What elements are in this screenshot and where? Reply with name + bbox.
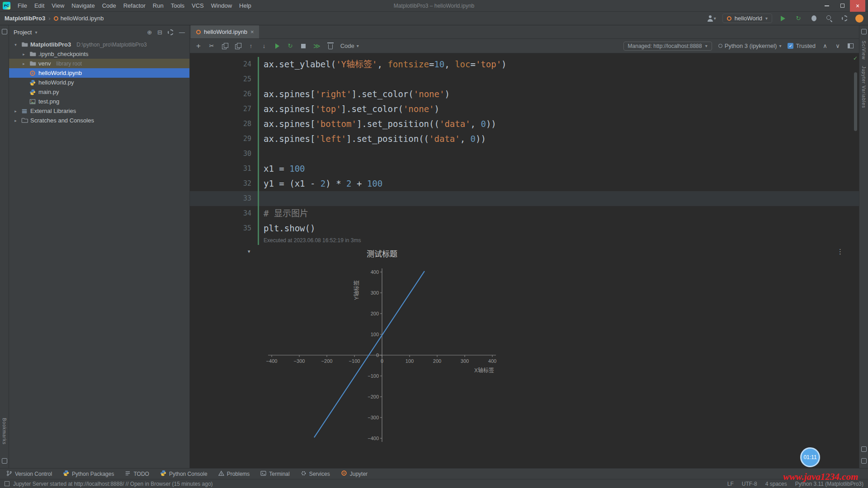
code-line-29[interactable]: 29ax.spines['left'].set_position(('data'… bbox=[190, 131, 859, 146]
screen-recorder-timer[interactable]: 01:11 bbox=[800, 447, 820, 467]
code-line-27[interactable]: 27ax.spines['top'].set_color('none') bbox=[190, 102, 859, 117]
tab-helloworld-ipynb[interactable]: helloWorld.ipynb × bbox=[191, 25, 259, 38]
encoding-widget[interactable]: UTF-8 bbox=[742, 481, 757, 487]
code-line-30[interactable]: 30 bbox=[190, 146, 859, 161]
locate-file-button[interactable]: ⊕ bbox=[147, 29, 152, 36]
kernel-select[interactable]: Python 3 (ipykernel) ▾ bbox=[718, 42, 782, 49]
code-line-34[interactable]: 34# 显示图片 bbox=[190, 206, 859, 221]
tool-window-todo[interactable]: TODO bbox=[125, 470, 149, 478]
move-cell-up-button[interactable]: ↑ bbox=[248, 42, 254, 49]
tree-item-scratches-and-consoles[interactable]: ▸Scratches and Consoles bbox=[9, 116, 189, 125]
tool-window-switcher-icon[interactable] bbox=[5, 481, 9, 486]
tool-window-jupyter[interactable]: Jupyter bbox=[341, 470, 368, 478]
chevron-right-icon[interactable]: ▸ bbox=[13, 118, 19, 123]
cut-cell-button[interactable]: ✂ bbox=[208, 42, 215, 49]
menu-run[interactable]: Run bbox=[149, 1, 167, 10]
run-button[interactable] bbox=[778, 14, 788, 23]
settings-button[interactable] bbox=[840, 14, 849, 23]
run-configuration-select[interactable]: helloWorld ▾ bbox=[722, 14, 772, 23]
user-avatar[interactable] bbox=[855, 14, 863, 23]
code-line-33[interactable]: 33 bbox=[190, 191, 859, 206]
chevron-right-icon[interactable]: ▸ bbox=[13, 109, 19, 113]
copy-cell-button[interactable] bbox=[222, 43, 228, 49]
previous-cell-button[interactable]: ∧ bbox=[822, 42, 828, 49]
close-tab-icon[interactable]: × bbox=[250, 28, 254, 35]
bell-icon[interactable] bbox=[861, 458, 867, 464]
run-all-cells-button[interactable]: ≫ bbox=[313, 42, 321, 50]
bookmarks-tool-window-button[interactable]: Bookmarks bbox=[2, 418, 7, 445]
notifications-tool-window-button[interactable] bbox=[861, 29, 867, 34]
tool-window-services[interactable]: Services bbox=[301, 470, 330, 478]
cell-type-select[interactable]: Code ▾ bbox=[340, 42, 359, 49]
chevron-right-icon[interactable]: ▸ bbox=[21, 52, 27, 56]
menu-refactor[interactable]: Refactor bbox=[120, 1, 149, 10]
status-message[interactable]: Jupyter Server started at http://localho… bbox=[13, 481, 213, 487]
sciview-tool-window-button[interactable]: SciView bbox=[861, 41, 866, 60]
panel-options-icon[interactable] bbox=[168, 29, 174, 35]
menu-vcs[interactable]: VCS bbox=[188, 1, 208, 10]
tool-window-version-control[interactable]: Version Control bbox=[6, 470, 52, 478]
menu-file[interactable]: File bbox=[14, 1, 31, 10]
database-tool-window-button[interactable] bbox=[861, 446, 867, 452]
tool-window-python-packages[interactable]: Python Packages bbox=[63, 470, 114, 478]
tree-item-venv[interactable]: ▸venvlibrary root bbox=[9, 59, 189, 68]
tree-item-matplotlibpro3[interactable]: ▾MatplotlibPro3D:\python_pro\MatplotlibP… bbox=[9, 40, 189, 49]
code-line-26[interactable]: 26ax.spines['right'].set_color('none') bbox=[190, 87, 859, 102]
output-menu-button[interactable]: ⋮ bbox=[837, 248, 844, 256]
tool-window-python-console[interactable]: Python Console bbox=[160, 470, 208, 478]
debug-button[interactable] bbox=[809, 14, 818, 23]
collapse-all-button[interactable]: ⊟ bbox=[157, 29, 162, 36]
menu-code[interactable]: Code bbox=[99, 1, 120, 10]
maximize-button[interactable] bbox=[835, 0, 850, 12]
project-tool-window-button[interactable] bbox=[2, 29, 7, 34]
notebook-editor[interactable]: 24ax.set_ylabel('Y轴标签', fontsize=10, loc… bbox=[190, 53, 859, 468]
code-line-35[interactable]: 35plt.show() bbox=[190, 221, 859, 236]
menu-edit[interactable]: Edit bbox=[31, 1, 48, 10]
code-line-24[interactable]: 24ax.set_ylabel('Y轴标签', fontsize=10, loc… bbox=[190, 57, 859, 72]
tree-item-helloworld-ipynb[interactable]: helloWorld.ipynb bbox=[9, 68, 189, 78]
stop-kernel-button[interactable] bbox=[300, 44, 307, 48]
tree-item-test-png[interactable]: test.png bbox=[9, 97, 189, 106]
paste-cell-button[interactable] bbox=[235, 43, 241, 49]
scrollbar-thumb[interactable] bbox=[854, 72, 857, 131]
chevron-right-icon[interactable]: ▸ bbox=[21, 61, 27, 66]
breadcrumb-file[interactable]: helloWorld.ipynb bbox=[54, 15, 104, 22]
code-line-31[interactable]: 31x1 = 100 bbox=[190, 161, 859, 176]
delete-cell-button[interactable] bbox=[327, 42, 334, 49]
menu-tools[interactable]: Tools bbox=[167, 1, 188, 10]
code-line-28[interactable]: 28ax.spines['bottom'].set_position(('dat… bbox=[190, 117, 859, 131]
menu-help[interactable]: Help bbox=[236, 1, 255, 10]
menu-navigate[interactable]: Navigate bbox=[68, 1, 98, 10]
tree-item-external-libraries[interactable]: ▸External Libraries bbox=[9, 106, 189, 116]
tool-window-problems[interactable]: Problems bbox=[218, 470, 250, 478]
restart-kernel-button[interactable]: ↻ bbox=[794, 14, 803, 23]
tool-window-terminal[interactable]: Terminal bbox=[260, 470, 289, 478]
jupyter-variables-tool-window-button[interactable]: Jupyter Variables bbox=[861, 66, 866, 108]
minimize-button[interactable] bbox=[819, 0, 835, 12]
restart-kernel-button[interactable]: ↻ bbox=[287, 42, 293, 49]
tree-item-helloworld-py[interactable]: helloWorld.py bbox=[9, 78, 189, 87]
hide-panel-button[interactable]: — bbox=[179, 29, 185, 36]
code-line-25[interactable]: 25 bbox=[190, 72, 859, 87]
close-button[interactable]: × bbox=[850, 0, 865, 12]
menu-window[interactable]: Window bbox=[208, 1, 236, 10]
collapse-output-button[interactable]: ▾ bbox=[248, 249, 250, 254]
trusted-checkbox[interactable]: ✓ Trusted bbox=[788, 42, 816, 49]
editor-layout-button[interactable] bbox=[847, 43, 854, 48]
menu-view[interactable]: View bbox=[48, 1, 68, 10]
code-line-32[interactable]: 32y1 = (x1 - 2) * 2 + 100 bbox=[190, 176, 859, 191]
editor-scrollbar[interactable]: ✓ bbox=[852, 53, 859, 468]
next-cell-button[interactable]: ∨ bbox=[835, 42, 841, 49]
run-cell-button[interactable] bbox=[274, 43, 280, 49]
inspections-ok-icon[interactable]: ✓ bbox=[853, 55, 858, 61]
tree-item--ipynb-checkpoints[interactable]: ▸.ipynb_checkpoints bbox=[9, 49, 189, 59]
jupyter-server-select[interactable]: Managed: http://localhost:8888 ▾ bbox=[623, 42, 712, 51]
add-cell-button[interactable]: + bbox=[195, 42, 202, 51]
search-everywhere-button[interactable] bbox=[825, 14, 834, 23]
line-ending-widget[interactable]: LF bbox=[727, 481, 734, 487]
project-panel-title[interactable]: Project bbox=[14, 29, 32, 36]
chevron-down-icon[interactable]: ▾ bbox=[13, 42, 19, 47]
structure-tool-window-button[interactable] bbox=[2, 458, 7, 464]
move-cell-down-button[interactable]: ↓ bbox=[261, 42, 267, 49]
breadcrumb-project[interactable]: MatplotlibPro3 bbox=[5, 15, 45, 22]
